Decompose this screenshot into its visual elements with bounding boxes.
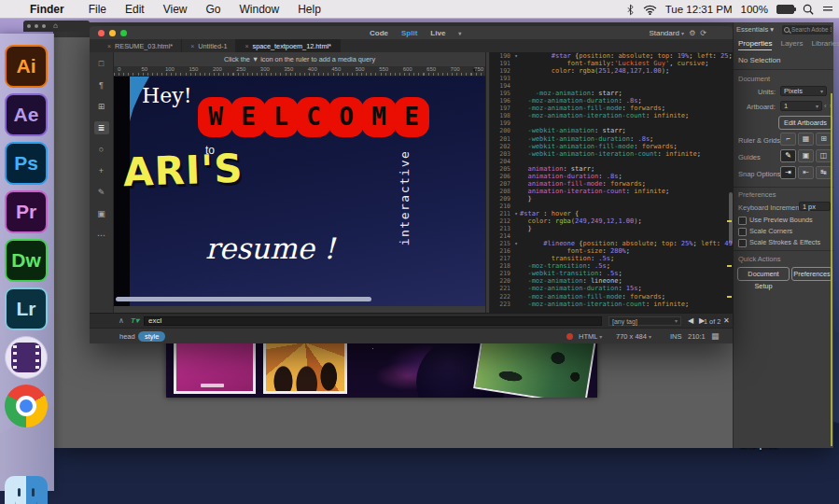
code-line[interactable]: 203 -webkit-animation-iteration-count: i… bbox=[490, 150, 733, 158]
tag-selector-head[interactable]: head bbox=[119, 332, 135, 341]
artboard-dropdown[interactable]: 1▾ bbox=[780, 101, 822, 111]
code-line[interactable]: 198 -moz-animation-iteration-count: infi… bbox=[490, 112, 733, 119]
dock-icon-illustrator[interactable]: Ai bbox=[5, 45, 48, 88]
active-app-menu[interactable]: Finder bbox=[30, 3, 64, 16]
snap-pixel-icon[interactable]: ⇤ bbox=[798, 166, 814, 179]
battery-icon[interactable] bbox=[776, 5, 794, 14]
code-line[interactable]: 211▾#star : hover { bbox=[490, 210, 733, 217]
keyboard-increment-input[interactable]: 1 px bbox=[799, 202, 831, 211]
snap-grid-icon[interactable]: ⇥ bbox=[780, 166, 796, 179]
document-tab[interactable]: ×space_textpoem_12.html* bbox=[236, 39, 340, 52]
scrollbar-thumb[interactable] bbox=[116, 297, 371, 301]
code-line[interactable]: 202 -webkit-animation-fill-mode: forward… bbox=[490, 143, 733, 150]
code-line[interactable]: 194 bbox=[490, 82, 733, 90]
adobe-stock-search-input[interactable]: Search Adobe Stock bbox=[782, 25, 832, 35]
home-icon[interactable]: ⌂ bbox=[53, 22, 58, 30]
units-dropdown[interactable]: Pixels▾ bbox=[780, 86, 827, 96]
menu-item-file[interactable]: File bbox=[89, 3, 106, 16]
code-line[interactable]: 204 bbox=[490, 158, 733, 165]
toolbar-icon-4[interactable]: ○ bbox=[94, 143, 109, 156]
view-mode-live[interactable]: Live bbox=[430, 29, 445, 37]
code-fold-icon[interactable]: ▾ bbox=[512, 240, 520, 247]
close-tab-icon[interactable]: × bbox=[245, 43, 248, 49]
menu-item-go[interactable]: Go bbox=[206, 3, 221, 16]
code-line[interactable]: 195 -moz-animation: starr; bbox=[490, 90, 733, 97]
code-line[interactable]: 200 -webkit-animation: starr; bbox=[490, 127, 733, 134]
code-fold-icon[interactable]: ▾ bbox=[512, 52, 520, 60]
menu-item-help[interactable]: Help bbox=[298, 3, 321, 16]
zoom-window-button[interactable] bbox=[120, 30, 127, 36]
notification-center-icon[interactable] bbox=[822, 5, 833, 14]
corner-ruler-icon[interactable]: ⌐ bbox=[780, 133, 796, 146]
design-view-pane[interactable]: Click the ▼ icon on the ruler to add a m… bbox=[114, 52, 485, 313]
code-line[interactable]: 223 -moz-animation-iteration-count: infi… bbox=[490, 301, 733, 308]
dock-icon-after-effects[interactable]: Ae bbox=[5, 93, 48, 136]
toolbar-icon-2[interactable]: ⊞ bbox=[94, 100, 109, 113]
code-line[interactable]: 206 animation-duration: .8s; bbox=[490, 173, 733, 180]
wifi-icon[interactable] bbox=[643, 5, 657, 15]
design-horizontal-scrollbar[interactable] bbox=[114, 297, 485, 302]
code-line[interactable]: 196 -moz-animation-duration: .8s; bbox=[490, 97, 733, 105]
code-line[interactable]: 209 } bbox=[490, 195, 733, 203]
code-line[interactable]: 216 font-size: 280%; bbox=[490, 247, 733, 255]
tag-selector-style[interactable]: style bbox=[138, 331, 165, 342]
edit-guides-icon[interactable]: ✎ bbox=[780, 149, 796, 162]
live-mode-caret[interactable]: ▾ bbox=[458, 30, 461, 36]
toolbar-icon-6[interactable]: ✎ bbox=[94, 186, 109, 199]
horizontal-ruler[interactable]: ▼ 05010015020025030035040045050055060065… bbox=[114, 66, 485, 77]
code-line[interactable]: 217 transition: .5s; bbox=[490, 255, 733, 262]
preview-devices-icon[interactable]: ▦ bbox=[711, 331, 720, 341]
toolbar-icon-3[interactable]: ≣ bbox=[94, 121, 109, 134]
illustrator-artboard-collage[interactable] bbox=[166, 336, 597, 398]
code-line[interactable]: 212 color: rgba(249,249,12,1.00); bbox=[490, 217, 733, 225]
panel-tab-layers[interactable]: Layers bbox=[780, 39, 803, 50]
doctype-dropdown[interactable]: HTML ▾ bbox=[579, 332, 602, 341]
checkbox-scale-strokes-effects[interactable] bbox=[738, 239, 747, 247]
find-input[interactable] bbox=[144, 316, 602, 326]
error-indicator[interactable] bbox=[566, 333, 573, 340]
dock-icon-lightroom[interactable]: Lr bbox=[5, 287, 48, 330]
code-line[interactable]: 222 -moz-animation-fill-mode: forwards; bbox=[490, 293, 733, 301]
checkbox-scale-corners[interactable] bbox=[738, 228, 747, 236]
code-line[interactable]: 191 font-family:'Luckiest Guy', cursive; bbox=[490, 60, 733, 67]
edit-artboards-button[interactable]: Edit Artboards bbox=[778, 116, 832, 130]
code-line[interactable]: 193 bbox=[490, 75, 733, 82]
view-mode-code[interactable]: Code bbox=[370, 29, 388, 37]
panel-tab-libraries[interactable]: Libraries bbox=[811, 39, 839, 50]
snap-point-icon[interactable]: ↹ bbox=[816, 166, 832, 179]
dock-icon-premiere[interactable]: Pr bbox=[5, 190, 48, 233]
code-view-pane[interactable]: 190▾ #star {position: absolute; top: 19%… bbox=[490, 52, 733, 313]
artboard-nav-arrows[interactable]: ‹› bbox=[824, 102, 834, 110]
bluetooth-icon[interactable] bbox=[626, 4, 635, 16]
code-line[interactable]: 218 -moz-transition: .5s; bbox=[490, 262, 733, 270]
toolbar-icon-0[interactable]: □ bbox=[94, 57, 109, 70]
code-line[interactable]: 207 animation-fill-mode: forwards; bbox=[490, 180, 733, 188]
code-line[interactable]: 208 animation-iteration-count: infinite; bbox=[490, 188, 733, 195]
code-line[interactable]: 210 bbox=[490, 203, 733, 210]
document-setup-button[interactable]: Document Setup bbox=[737, 267, 790, 281]
code-fold-icon[interactable]: ▾ bbox=[512, 210, 520, 217]
menu-item-view[interactable]: View bbox=[163, 3, 188, 16]
dreamweaver-titlebar[interactable]: CodeSplitLive▾ Standard ▾ ⚙ ⟳ bbox=[90, 26, 733, 39]
spotlight-icon[interactable] bbox=[803, 4, 814, 15]
grid-icon[interactable]: ▦ bbox=[798, 133, 814, 146]
workspace-switcher[interactable]: Essentials ▾ bbox=[736, 25, 774, 34]
toolbar-icon-1[interactable]: ¶ bbox=[94, 78, 109, 91]
menu-clock[interactable]: Tue 12:31 PM bbox=[665, 4, 733, 15]
dock-icon-photoshop[interactable]: Ps bbox=[5, 142, 48, 185]
code-line[interactable]: 214 bbox=[490, 232, 733, 240]
tag-filter-dropdown[interactable]: [any tag]▾ bbox=[608, 316, 681, 326]
code-line[interactable]: 221 -moz-animation-duration: 15s; bbox=[490, 285, 733, 292]
document-tab[interactable]: ×Untitled-1 bbox=[182, 39, 236, 52]
find-filter-icon[interactable]: T▾ bbox=[131, 316, 139, 325]
code-line[interactable]: 199 bbox=[490, 119, 733, 127]
preferences-button[interactable]: Preferences bbox=[791, 267, 832, 281]
close-window-button[interactable] bbox=[98, 30, 105, 36]
design-canvas[interactable]: Hey! WELCOME to ARI'S interactive resume… bbox=[114, 77, 485, 306]
menu-item-window[interactable]: Window bbox=[240, 3, 280, 16]
code-line[interactable]: 205 animation: starr; bbox=[490, 165, 733, 173]
code-line[interactable]: 201 -webkit-animation-duration: .8s; bbox=[490, 135, 733, 143]
dock-icon-video-player[interactable] bbox=[5, 336, 48, 379]
view-mode-split[interactable]: Split bbox=[401, 29, 417, 37]
collapse-find-icon[interactable]: ∧ bbox=[119, 316, 124, 325]
